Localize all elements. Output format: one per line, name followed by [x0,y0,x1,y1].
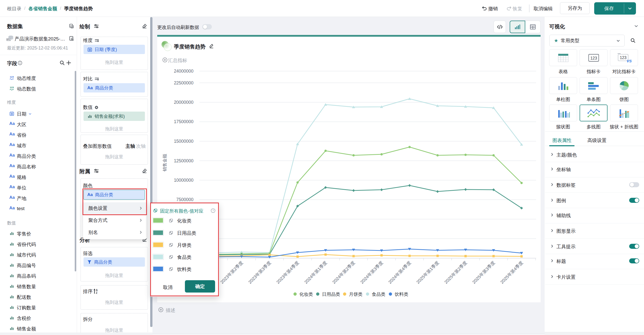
svg-text:2024年第2季度: 2024年第2季度 [331,260,356,285]
svg-text:12500000: 12500000 [174,158,193,163]
svg-text:2023年第2季度: 2023年第2季度 [219,260,244,285]
svg-text:20000000: 20000000 [174,100,193,105]
svg-text:10000000: 10000000 [174,178,193,183]
svg-text:22500000: 22500000 [174,80,193,85]
svg-text:2024年第3季度: 2024年第3季度 [359,260,384,285]
svg-text:2024年第1季度: 2024年第1季度 [303,260,328,285]
svg-text:2023年第3季度: 2023年第3季度 [247,260,272,285]
svg-text:VS: VS [626,59,631,63]
svg-text:2025年第4季度: 2025年第4季度 [499,260,524,285]
svg-text:123: 123 [590,56,597,60]
svg-text:7500000: 7500000 [176,197,193,202]
svg-text:化妆类: 化妆类 [299,292,313,297]
svg-text:2024年第4季度: 2024年第4季度 [387,260,412,285]
svg-text:饮料类: 饮料类 [394,292,408,297]
svg-text:17500000: 17500000 [174,119,193,124]
svg-text:15000000: 15000000 [174,139,193,144]
svg-text:123: 123 [620,56,626,60]
svg-text:2025年第3季度: 2025年第3季度 [471,260,496,285]
svg-text:2025年第1季度: 2025年第1季度 [415,260,440,285]
svg-text:销售金额: 销售金额 [162,154,167,172]
svg-text:月饼类: 月饼类 [349,292,363,297]
svg-text:24000000: 24000000 [174,69,193,74]
svg-text:2025年第2季度: 2025年第2季度 [443,260,468,285]
svg-text:2023年第4季度: 2023年第4季度 [275,260,300,285]
svg-text:日用品类: 日用品类 [322,292,340,297]
svg-text:食品类: 食品类 [372,292,385,297]
